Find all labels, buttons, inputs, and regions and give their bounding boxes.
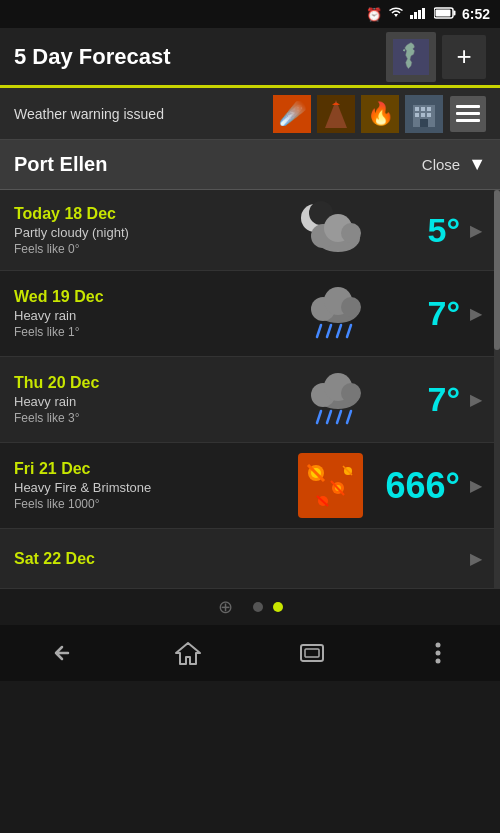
forecast-desc-4: Heavy Fire & Brimstone xyxy=(14,480,290,495)
svg-line-34 xyxy=(327,325,331,337)
location-bar: Port Ellen Close ▼ xyxy=(0,140,500,190)
svg-point-32 xyxy=(341,297,361,317)
app-header: 5 Day Forecast + xyxy=(0,28,500,88)
svg-line-44 xyxy=(347,411,351,423)
svg-rect-19 xyxy=(415,113,419,117)
nav-home-button[interactable] xyxy=(125,625,250,681)
nav-menu-button[interactable] xyxy=(375,625,500,681)
svg-point-59 xyxy=(435,651,440,656)
forecast-feels-1: Feels like 0° xyxy=(14,242,290,256)
svg-rect-6 xyxy=(435,9,450,16)
status-time: 6:52 xyxy=(462,6,490,22)
forecast-arrow-3[interactable]: ▶ xyxy=(466,390,486,409)
forecast-feels-2: Feels like 1° xyxy=(14,325,290,339)
forecast-icon-1 xyxy=(290,200,370,260)
forecast-date-5: Sat 22 Dec xyxy=(14,550,466,568)
warning-thumb-2[interactable] xyxy=(316,94,356,134)
forecast-icon-4 xyxy=(290,453,370,518)
forecast-row-4[interactable]: Fri 21 Dec Heavy Fire & Brimstone Feels … xyxy=(0,443,500,529)
forecast-temp-1: 5° xyxy=(370,211,460,250)
svg-line-43 xyxy=(337,411,341,423)
nav-bar xyxy=(0,625,500,681)
scroll-thumb xyxy=(494,190,500,350)
nav-back-button[interactable] xyxy=(0,625,125,681)
forecast-info-2: Wed 19 Dec Heavy rain Feels like 1° xyxy=(14,288,290,339)
forecast-temp-4: 666° xyxy=(370,465,460,507)
forecast-icon-2 xyxy=(290,281,370,346)
forecast-row-2[interactable]: Wed 19 Dec Heavy rain Feels like 1° 7° ▶ xyxy=(0,271,500,357)
pagination-dots: ⊕ xyxy=(0,589,500,625)
forecast-info-1: Today 18 Dec Partly cloudy (night) Feels… xyxy=(14,205,290,256)
warning-text: Weather warning issued xyxy=(14,106,268,122)
forecast-date-4: Fri 21 Dec xyxy=(14,460,290,478)
svg-point-58 xyxy=(435,643,440,648)
forecast-arrow-1[interactable]: ▶ xyxy=(466,221,486,240)
warning-thumb-1[interactable]: ☄️ xyxy=(272,94,312,134)
svg-rect-22 xyxy=(420,119,428,127)
svg-text:🔥: 🔥 xyxy=(367,100,395,127)
svg-rect-18 xyxy=(427,107,431,111)
forecast-list: Today 18 Dec Partly cloudy (night) Feels… xyxy=(0,190,500,589)
forecast-info-3: Thu 20 Dec Heavy rain Feels like 3° xyxy=(14,374,290,425)
forecast-arrow-2[interactable]: ▶ xyxy=(466,304,486,323)
warning-menu-button[interactable] xyxy=(450,96,486,132)
location-name: Port Ellen xyxy=(14,153,422,176)
forecast-desc-1: Partly cloudy (night) xyxy=(14,225,290,240)
svg-line-42 xyxy=(327,411,331,423)
page-dot-2[interactable] xyxy=(273,602,283,612)
svg-point-28 xyxy=(341,223,361,243)
svg-rect-2 xyxy=(418,10,421,19)
svg-line-35 xyxy=(337,325,341,337)
svg-rect-5 xyxy=(453,10,455,15)
clock-icon: ⏰ xyxy=(366,7,382,22)
svg-text:☄️: ☄️ xyxy=(279,100,307,127)
forecast-arrow-4[interactable]: ▶ xyxy=(466,476,486,495)
warning-thumb-3[interactable]: 🔥 xyxy=(360,94,400,134)
forecast-feels-3: Feels like 3° xyxy=(14,411,290,425)
svg-rect-45 xyxy=(298,453,363,518)
battery-icon xyxy=(434,7,456,22)
forecast-arrow-5[interactable]: ▶ xyxy=(466,549,486,568)
svg-line-41 xyxy=(317,411,321,423)
status-bar: ⏰ 6:52 xyxy=(0,0,500,28)
dropdown-arrow-icon[interactable]: ▼ xyxy=(468,154,486,175)
svg-point-40 xyxy=(341,383,361,403)
pagination-arrows-icon: ⊕ xyxy=(218,596,233,618)
forecast-desc-2: Heavy rain xyxy=(14,308,290,323)
signal-icon xyxy=(410,7,428,22)
forecast-info-5: Sat 22 Dec xyxy=(14,550,466,568)
nav-recent-button[interactable] xyxy=(250,625,375,681)
svg-rect-1 xyxy=(414,12,417,19)
forecast-feels-4: Feels like 1000° xyxy=(14,497,290,511)
page-dot-1[interactable] xyxy=(253,602,263,612)
svg-line-36 xyxy=(347,325,351,337)
forecast-temp-2: 7° xyxy=(370,294,460,333)
map-button[interactable] xyxy=(386,32,436,82)
svg-rect-0 xyxy=(410,15,413,19)
close-button[interactable]: Close xyxy=(422,156,460,173)
svg-line-33 xyxy=(317,325,321,337)
svg-rect-3 xyxy=(422,8,425,19)
forecast-row-3[interactable]: Thu 20 Dec Heavy rain Feels like 3° 7° ▶ xyxy=(0,357,500,443)
forecast-date-1: Today 18 Dec xyxy=(14,205,290,223)
forecast-date-2: Wed 19 Dec xyxy=(14,288,290,306)
warning-bar: Weather warning issued ☄️ 🔥 xyxy=(0,88,500,140)
forecast-desc-3: Heavy rain xyxy=(14,394,290,409)
forecast-row-1[interactable]: Today 18 Dec Partly cloudy (night) Feels… xyxy=(0,190,500,271)
svg-point-60 xyxy=(435,659,440,664)
add-button[interactable]: + xyxy=(442,35,486,79)
svg-rect-57 xyxy=(305,649,319,657)
svg-rect-21 xyxy=(427,113,431,117)
forecast-row-5[interactable]: Sat 22 Dec ▶ xyxy=(0,529,500,589)
scrollbar[interactable] xyxy=(494,190,500,589)
forecast-date-3: Thu 20 Dec xyxy=(14,374,290,392)
page-title: 5 Day Forecast xyxy=(14,44,386,70)
svg-rect-20 xyxy=(421,113,425,117)
forecast-temp-3: 7° xyxy=(370,380,460,419)
svg-rect-16 xyxy=(415,107,419,111)
forecast-icon-3 xyxy=(290,367,370,432)
forecast-info-4: Fri 21 Dec Heavy Fire & Brimstone Feels … xyxy=(14,460,290,511)
svg-rect-17 xyxy=(421,107,425,111)
wifi-icon xyxy=(388,7,404,22)
warning-thumb-4[interactable] xyxy=(404,94,444,134)
